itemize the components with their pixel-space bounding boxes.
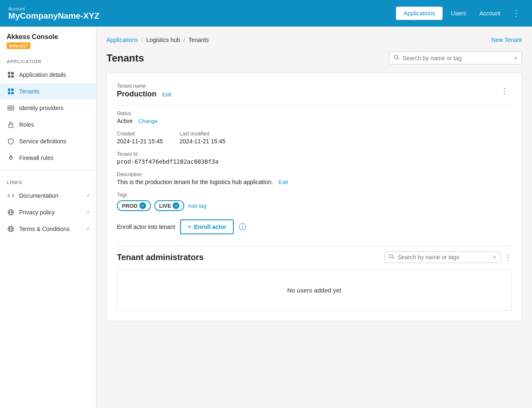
sidebar-item-identity-providers[interactable]: Identity providers	[0, 100, 96, 116]
sidebar: Akkess Console beta-617 APPLICATION Appl…	[0, 27, 97, 408]
last-modified-section: Last modified 2024-11-21 15:45	[180, 131, 226, 145]
sidebar-item-label: Roles	[19, 121, 34, 128]
last-modified-label: Last modified	[180, 131, 226, 137]
sidebar-item-label: Documentation	[19, 192, 58, 199]
header-more-button[interactable]: ⋮	[509, 7, 524, 20]
add-tag-button[interactable]: Add tag	[188, 203, 206, 209]
svg-point-19	[394, 55, 398, 59]
page-title: Tenants	[106, 52, 144, 64]
tenant-admins-title: Tenant administrators	[117, 253, 204, 262]
nav-account-button[interactable]: Account	[474, 7, 505, 19]
sidebar-item-firewall-rules[interactable]: Firewall rules	[0, 150, 96, 166]
tag-prod: PROD ×	[117, 200, 151, 211]
links-section-label: LINKS	[0, 173, 96, 187]
admins-search-clear-button[interactable]: ×	[493, 254, 496, 261]
enroll-plus-icon: +	[188, 223, 191, 231]
svg-line-22	[393, 258, 394, 259]
description-label: Description	[117, 172, 512, 177]
fire-icon	[7, 154, 15, 162]
status-value: Active	[117, 118, 133, 124]
svg-rect-6	[8, 92, 10, 94]
tenants-grid-icon	[7, 87, 15, 96]
nav-applications-button[interactable]: Applications	[396, 7, 443, 20]
sidebar-item-tenants[interactable]: Tenants	[0, 83, 96, 100]
dates-section: Created 2024-11-21 15:45 Last modified 2…	[117, 131, 512, 145]
nav-users-button[interactable]: Users	[446, 7, 471, 19]
admins-search-box: ×	[384, 251, 501, 263]
tag-prod-label: PROD	[122, 203, 138, 209]
svg-line-20	[397, 58, 399, 60]
last-modified-value: 2024-11-21 15:45	[180, 138, 226, 145]
sidebar-item-terms-conditions[interactable]: Terms & Conditions ↗	[0, 221, 96, 237]
sidebar-divider	[0, 170, 96, 170]
sidebar-item-application-details[interactable]: Application details	[0, 66, 96, 83]
tenant-card: Tenant name Production Edit ⋮ Status Act…	[106, 73, 522, 321]
new-tenant-button[interactable]: New Tenant	[491, 37, 522, 43]
header-nav: Applications Users Account ⋮	[396, 7, 524, 20]
enroll-label: Enroll actor into tenant	[117, 224, 175, 230]
tenant-id-label: Tenant Id	[117, 151, 512, 157]
sidebar-item-service-definitions[interactable]: Service definitions	[0, 133, 96, 150]
tag-live-remove-button[interactable]: ×	[173, 202, 179, 209]
no-users-text: No users added yet	[287, 287, 341, 294]
svg-rect-1	[11, 72, 14, 74]
svg-rect-3	[11, 75, 14, 78]
info-icon[interactable]: ⓘ	[239, 222, 246, 232]
sidebar-brand: Akkess Console beta-617	[0, 27, 96, 52]
app-header: Account MyCompanyName-XYZ Applications U…	[0, 0, 532, 27]
search-clear-button[interactable]: ×	[514, 55, 517, 61]
lock-icon	[7, 120, 15, 129]
breadcrumb-actions: New Tenant	[491, 37, 522, 43]
tags-section: Tags PROD × LIVE × Add tag	[117, 192, 512, 211]
globe-icon-2	[7, 225, 15, 233]
status-change-link[interactable]: Change	[139, 118, 158, 124]
sidebar-item-roles[interactable]: Roles	[0, 116, 96, 133]
svg-rect-5	[11, 88, 14, 91]
svg-rect-4	[8, 88, 10, 91]
account-label: Account	[8, 6, 396, 11]
external-link-icon: ↗	[86, 226, 89, 232]
enroll-actor-button[interactable]: + Enroll actor	[180, 219, 234, 234]
id-card-icon	[7, 104, 15, 112]
tenant-name-section: Tenant name Production Edit	[117, 83, 497, 98]
tenant-card-more-button[interactable]: ⋮	[497, 85, 512, 97]
sidebar-item-privacy-policy[interactable]: Privacy policy ↗	[0, 204, 96, 221]
breadcrumb: Applications / Logistics hub / Tenants N…	[106, 37, 522, 43]
created-section: Created 2024-11-21 15:45	[117, 131, 163, 145]
breadcrumb-applications-link[interactable]: Applications	[106, 37, 138, 43]
breadcrumb-sep-2: /	[183, 37, 185, 43]
external-link-icon: ↗	[86, 210, 89, 215]
enroll-section: Enroll actor into tenant + Enroll actor …	[117, 219, 512, 234]
search-icon	[393, 54, 399, 61]
description-value: This is the production tenant for the lo…	[117, 179, 273, 185]
sidebar-item-label: Identity providers	[19, 105, 64, 111]
company-name: MyCompanyName-XYZ	[8, 11, 99, 20]
card-divider-2	[117, 246, 512, 246]
grid-icon	[7, 71, 15, 79]
sidebar-item-label: Firewall rules	[19, 155, 53, 161]
status-label: Status	[117, 111, 512, 116]
application-section-label: APPLICATION	[0, 52, 96, 66]
created-value: 2024-11-21 15:45	[117, 138, 163, 145]
status-section: Status Active Change	[117, 111, 512, 124]
tag-live-label: LIVE	[159, 203, 171, 209]
sidebar-item-label: Terms & Conditions	[19, 226, 69, 232]
sidebar-item-label: Tenants	[19, 88, 40, 95]
tenant-card-header: Tenant name Production Edit ⋮	[117, 83, 512, 98]
description-edit-link[interactable]: Edit	[279, 179, 288, 185]
breadcrumb-sep-1: /	[141, 37, 143, 43]
sidebar-item-documentation[interactable]: Documentation ↗	[0, 187, 96, 204]
sidebar-item-label: Privacy policy	[19, 209, 55, 216]
svg-rect-12	[9, 124, 13, 128]
globe-icon	[7, 208, 15, 216]
admins-more-button[interactable]: ⋮	[504, 253, 512, 262]
card-divider-1	[117, 105, 512, 106]
tag-prod-remove-button[interactable]: ×	[139, 202, 146, 209]
tenant-id-section: Tenant Id prod-673f476ebdf1282ac6038f3a	[117, 151, 512, 165]
admins-search-input[interactable]	[398, 254, 490, 261]
enroll-btn-label: Enroll actor	[194, 224, 226, 230]
search-input[interactable]	[403, 55, 510, 61]
created-label: Created	[117, 131, 163, 137]
tenant-name-edit-link[interactable]: Edit	[162, 91, 171, 98]
svg-point-21	[389, 254, 393, 258]
